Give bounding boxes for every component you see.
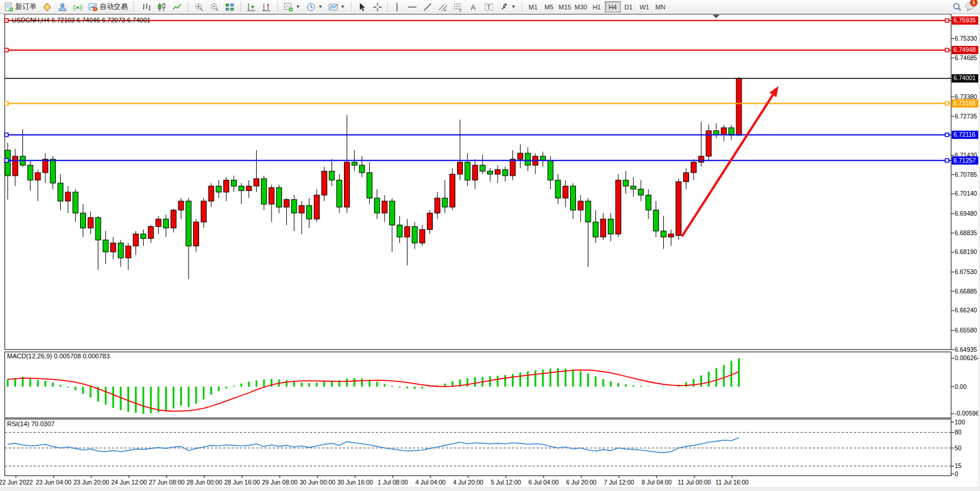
trendline-icon [423,2,432,12]
dropdown-caret: ▼ [318,4,323,9]
crosshair-button[interactable] [370,1,385,13]
period-button-M1[interactable]: M1 [525,1,541,12]
vertical-line-icon [392,2,402,12]
arrows-button[interactable]: ▼ [496,1,519,13]
templates-button[interactable]: ▼ [326,1,348,13]
svg-text:USDCNH,H4 6.72103 6.74046 6.7: USDCNH,H4 6.72103 6.74046 6.72073 6.7400… [12,17,150,24]
svg-text:24 Jun 12:00: 24 Jun 12:00 [111,479,147,486]
bar-chart-button[interactable] [139,1,154,13]
vertical-line-button[interactable] [389,1,405,13]
metaquotes-button[interactable] [39,1,55,13]
period-button-D1[interactable]: D1 [621,1,637,12]
cursor-button[interactable] [355,1,370,13]
svg-text:6.68190: 6.68190 [955,248,977,255]
tile-windows-button[interactable] [222,1,237,13]
svg-text:11 Jul 16:00: 11 Jul 16:00 [716,479,749,486]
arrows-icon [499,2,509,12]
svg-text:6.68835: 6.68835 [955,229,977,236]
period-button-W1[interactable]: W1 [637,1,653,12]
svg-text:T: T [486,4,491,11]
period-button-M15[interactable]: M15 [557,1,573,12]
auto-scroll-button[interactable] [244,1,259,13]
svg-text:4 Jul 04:00: 4 Jul 04:00 [415,479,446,486]
cursor-icon [357,2,367,12]
search-button[interactable] [949,1,965,13]
equidistant-channel-button[interactable]: E [435,1,451,13]
svg-text:6 Jul 20:00: 6 Jul 20:00 [566,479,597,486]
svg-text:28 Jun 00:00: 28 Jun 00:00 [187,479,223,486]
chart-area[interactable]: 6.753306.746856.733806.727356.714306.707… [0,0,980,491]
community-icon [58,2,67,12]
community-button[interactable] [55,1,70,13]
toolbar-separator [351,2,352,12]
chat-widget[interactable]: 1 [965,1,974,12]
new-chart-icon [284,2,293,12]
svg-text:80: 80 [955,429,962,436]
period-button-H1[interactable]: H1 [589,1,605,12]
dropdown-caret: ▼ [340,4,345,9]
time-axis: 22 Jun 202223 Jun 04:0023 Jun 20:0024 Ju… [0,476,749,486]
toolbar-group-periods: M1M5M15M30H1H4D1W1MN [524,0,670,14]
svg-text:4 Jul 20:00: 4 Jul 20:00 [453,479,484,486]
svg-text:11 Jul 00:00: 11 Jul 00:00 [678,479,711,486]
autotrading-button[interactable]: 自动交易 [85,1,131,13]
zoom-in-button[interactable] [191,1,207,13]
text-label-button[interactable]: T [481,1,496,13]
zoom-out-button[interactable] [207,1,222,13]
svg-text:RSI(14) 70.0307: RSI(14) 70.0307 [7,420,55,427]
svg-text:A: A [471,3,476,12]
text-button[interactable]: A [466,1,481,13]
price-label-6.74001: 6.74001 [952,74,979,83]
fibonacci-icon: F [453,2,463,12]
horizontal-line-button[interactable] [405,1,420,13]
fibonacci-button[interactable]: F [451,1,466,13]
svg-text:50: 50 [955,444,962,452]
svg-text:6.66885: 6.66885 [955,288,977,295]
autotrading-icon [88,2,98,12]
svg-text:6 Jul 04:00: 6 Jul 04:00 [528,479,559,486]
new-chart-button[interactable]: ▼ [281,1,303,13]
line-chart-button[interactable] [170,1,185,13]
svg-text:F: F [459,9,462,12]
metaquotes-icon [42,2,52,12]
period-button-H4[interactable]: H4 [605,1,621,12]
svg-text:27 Jun 08:00: 27 Jun 08:00 [149,479,185,486]
text-label-icon: T [484,2,494,12]
period-button-M5[interactable]: M5 [541,1,557,12]
svg-text:0: 0 [955,470,958,477]
price-label-6.74948: 6.74948 [952,46,979,54]
auto-scroll-icon [247,2,256,12]
zoom-out-icon [210,2,219,12]
svg-text:6.64935: 6.64935 [955,346,977,353]
svg-text:E: E [444,8,446,12]
price-label-6.72116: 6.72116 [952,131,979,139]
svg-text:0.00: 0.00 [955,383,967,390]
svg-text:30 Jun 00:00: 30 Jun 00:00 [300,479,336,486]
tile-windows-icon [225,2,234,12]
svg-text:6.70140: 6.70140 [955,190,977,197]
horizontal-line-icon [408,2,417,12]
svg-text:6.74685: 6.74685 [955,54,977,61]
timeframes-button[interactable]: ▼ [303,1,326,13]
bar-chart-icon [142,2,151,12]
toolbar-separator [188,2,188,12]
toolbar-group-arrange [243,0,276,14]
toolbar: 新订单 自动交易 [0,0,980,14]
chart-shift-button[interactable] [259,1,274,13]
chart-title: USDCNH,H4 6.72103 6.74046 6.72073 6.7400… [12,17,150,24]
candlestick-chart-button[interactable] [154,1,170,13]
period-button-M30[interactable]: M30 [573,1,589,12]
window-bottom-edge [0,487,980,491]
period-button-MN[interactable]: MN [653,1,668,12]
new-order-button[interactable]: 新订单 [1,1,39,13]
trendline-button[interactable] [420,1,435,13]
svg-text:6.75935: 6.75935 [953,17,976,24]
signals-button[interactable] [70,1,85,13]
price-label-6.71257: 6.71257 [952,156,979,164]
svg-text:6.74001: 6.74001 [953,74,976,81]
toolbar-separator [277,2,278,12]
svg-text:6.65580: 6.65580 [955,327,977,334]
svg-text:6.67530: 6.67530 [955,268,977,275]
clock-icon [306,2,316,12]
new-order-icon [4,2,14,12]
